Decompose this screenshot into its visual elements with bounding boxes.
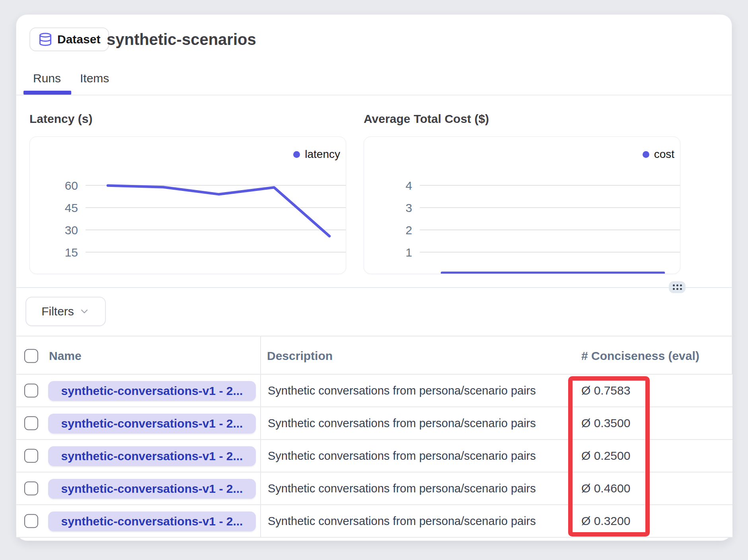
column-header-conciseness[interactable]: # Conciseness (eval) — [581, 336, 699, 375]
y-axis-tick-label: 60 — [65, 179, 78, 192]
run-description: Synthetic conversations from persona/sce… — [268, 505, 536, 537]
y-axis-tick-label: 3 — [405, 201, 412, 214]
latency-legend-label: latency — [305, 148, 340, 161]
cost-chart: 1234 cost — [364, 136, 680, 274]
table-row: synthetic-conversations-v1 - 2... Synthe… — [16, 375, 732, 407]
row-checkbox[interactable] — [24, 514, 38, 528]
runs-table: Name Description # Conciseness (eval) sy… — [16, 336, 732, 538]
drag-handle[interactable] — [669, 281, 686, 293]
latency-legend: latency — [293, 148, 340, 161]
run-description: Synthetic conversations from persona/sce… — [268, 375, 536, 406]
latency-series-line — [108, 185, 329, 236]
run-description: Synthetic conversations from persona/sce… — [268, 440, 536, 472]
badge-label: Dataset — [57, 33, 100, 46]
y-axis-tick-label: 1 — [405, 246, 412, 259]
y-axis-tick-label: 4 — [405, 179, 412, 192]
table-body: synthetic-conversations-v1 - 2... Synthe… — [16, 375, 732, 538]
row-checkbox[interactable] — [24, 482, 38, 496]
tabbar-divider — [16, 95, 732, 95]
conciseness-value: Ø 0.2500 — [581, 440, 630, 472]
cost-legend-label: cost — [654, 148, 674, 161]
table-row: synthetic-conversations-v1 - 2... Synthe… — [16, 440, 732, 472]
run-name-link[interactable]: synthetic-conversations-v1 - 2... — [48, 381, 256, 401]
dataset-panel: Dataset synthetic-scenarios Runs Items L… — [16, 14, 732, 541]
dataset-badge: Dataset — [29, 27, 109, 51]
chevron-down-icon — [79, 306, 90, 317]
row-checkbox[interactable] — [24, 416, 38, 430]
tab-items[interactable]: Items — [80, 71, 109, 86]
column-header-description[interactable]: Description — [267, 336, 333, 375]
run-name-link[interactable]: synthetic-conversations-v1 - 2... — [48, 414, 256, 434]
y-axis-tick-label: 30 — [65, 224, 78, 237]
table-header-row: Name Description # Conciseness (eval) — [16, 336, 732, 375]
latency-chart-title: Latency (s) — [29, 111, 92, 126]
y-axis-tick-label: 15 — [65, 246, 78, 259]
latency-legend-dot — [293, 151, 300, 158]
run-name-link[interactable]: synthetic-conversations-v1 - 2... — [48, 479, 256, 499]
table-row: synthetic-conversations-v1 - 2... Synthe… — [16, 407, 732, 440]
conciseness-value: Ø 0.3200 — [581, 505, 630, 537]
cost-legend: cost — [643, 148, 674, 161]
cost-line-plot: 1234 — [364, 137, 680, 274]
latency-chart: 15304560 latency — [29, 136, 346, 274]
row-checkbox[interactable] — [24, 449, 38, 463]
conciseness-value: Ø 0.7583 — [581, 375, 630, 406]
table-row: synthetic-conversations-v1 - 2... Synthe… — [16, 472, 732, 505]
run-description: Synthetic conversations from persona/sce… — [268, 407, 536, 439]
active-tab-indicator — [23, 91, 71, 95]
filters-button-label: Filters — [41, 305, 74, 318]
select-all-checkbox[interactable] — [24, 349, 38, 363]
row-checkbox[interactable] — [24, 384, 38, 398]
y-axis-tick-label: 2 — [405, 224, 412, 237]
run-description: Synthetic conversations from persona/sce… — [268, 472, 536, 504]
page-title: synthetic-scenarios — [107, 28, 256, 51]
charts-section-divider — [16, 287, 732, 288]
database-icon — [38, 32, 53, 47]
conciseness-value: Ø 0.4600 — [581, 472, 630, 504]
column-separator — [260, 336, 261, 538]
cost-chart-title: Average Total Cost ($) — [364, 111, 489, 126]
table-row: synthetic-conversations-v1 - 2... Synthe… — [16, 505, 732, 538]
grip-dots-icon — [673, 284, 682, 290]
column-header-name[interactable]: Name — [49, 336, 82, 375]
conciseness-value: Ø 0.3500 — [581, 407, 630, 439]
run-name-link[interactable]: synthetic-conversations-v1 - 2... — [48, 511, 256, 531]
run-name-link[interactable]: synthetic-conversations-v1 - 2... — [48, 446, 256, 466]
tab-runs[interactable]: Runs — [33, 71, 61, 86]
filters-button[interactable]: Filters — [25, 297, 106, 326]
y-axis-tick-label: 45 — [65, 201, 78, 214]
cost-legend-dot — [643, 151, 649, 158]
